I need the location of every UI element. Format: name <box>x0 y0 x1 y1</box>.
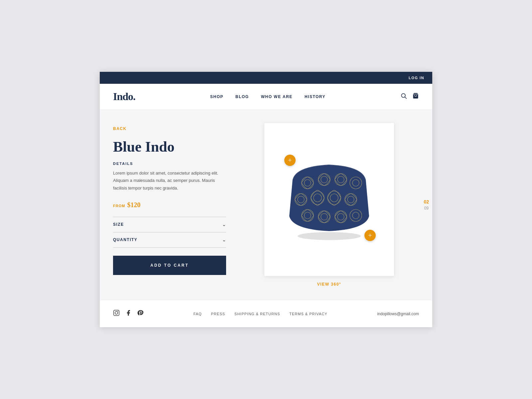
from-label: FROM <box>113 204 125 208</box>
svg-point-30 <box>118 311 118 312</box>
main-nav: SHOP BLOG WHO WE ARE HISTORY <box>210 94 326 99</box>
main-content: BACK Blue Indo DETAILS Lorem ipsum dolor… <box>100 110 432 300</box>
pagination: 02 09 <box>424 199 429 210</box>
instagram-icon[interactable] <box>113 310 120 318</box>
product-description: Lorem ipsum dolor sit amet, consectetur … <box>113 170 226 192</box>
top-bar: LOG IN <box>100 72 432 84</box>
size-chevron-icon: ⌄ <box>222 222 226 227</box>
page-current: 02 <box>424 199 429 204</box>
footer: FAQ PRESS SHIPPING & RETURNS TERMS & PRI… <box>100 300 432 327</box>
details-label: DETAILS <box>113 162 226 166</box>
footer-faq[interactable]: FAQ <box>194 312 202 316</box>
svg-rect-28 <box>114 310 119 316</box>
footer-social <box>113 310 144 318</box>
cart-icon[interactable] <box>412 92 419 101</box>
add-to-cart-button[interactable]: ADD TO CART <box>113 256 226 275</box>
search-icon[interactable] <box>400 92 407 101</box>
product-title: Blue Indo <box>113 139 226 155</box>
login-button[interactable]: LOG IN <box>409 76 424 80</box>
logo[interactable]: Indo. <box>113 90 135 103</box>
nav-blog[interactable]: BLOG <box>235 94 249 99</box>
nav-who-we-are[interactable]: WHO WE ARE <box>261 94 293 99</box>
product-image-card: + + <box>264 123 394 276</box>
left-panel: BACK Blue Indo DETAILS Lorem ipsum dolor… <box>113 123 226 287</box>
nav-history[interactable]: HISTORY <box>305 94 326 99</box>
facebook-icon[interactable] <box>125 310 132 318</box>
nav-icons <box>400 92 419 101</box>
quantity-label: QUANTITY <box>113 237 137 242</box>
footer-email[interactable]: indopillows@gmail.com <box>377 312 419 316</box>
quantity-select[interactable]: QUANTITY ⌄ <box>113 232 226 248</box>
plus-button-1[interactable]: + <box>284 155 296 166</box>
right-panel: + + VIEW 360° 02 09 <box>239 123 419 287</box>
svg-point-3 <box>298 232 361 240</box>
svg-line-1 <box>405 97 407 99</box>
plus-button-2[interactable]: + <box>364 230 376 241</box>
size-label: SIZE <box>113 222 124 227</box>
footer-press[interactable]: PRESS <box>211 312 225 316</box>
nav-shop[interactable]: SHOP <box>210 94 223 99</box>
quantity-chevron-icon: ⌄ <box>222 237 226 243</box>
header: Indo. SHOP BLOG WHO WE ARE HISTORY <box>100 84 432 110</box>
product-image <box>286 156 372 243</box>
price-value: $120 <box>127 201 140 209</box>
svg-point-29 <box>115 312 118 314</box>
price-row: FROM $120 <box>113 201 226 209</box>
view-360-link[interactable]: VIEW 360° <box>317 282 341 287</box>
back-link[interactable]: BACK <box>113 126 226 131</box>
page-total: 09 <box>424 206 429 210</box>
footer-shipping[interactable]: SHIPPING & RETURNS <box>234 312 280 316</box>
size-select[interactable]: SIZE ⌄ <box>113 217 226 232</box>
pinterest-icon[interactable] <box>137 310 144 318</box>
footer-links: FAQ PRESS SHIPPING & RETURNS TERMS & PRI… <box>194 312 328 316</box>
footer-terms[interactable]: TERMS & PRIVACY <box>289 312 327 316</box>
page-wrapper: LOG IN Indo. SHOP BLOG WHO WE ARE HISTOR… <box>100 72 432 327</box>
